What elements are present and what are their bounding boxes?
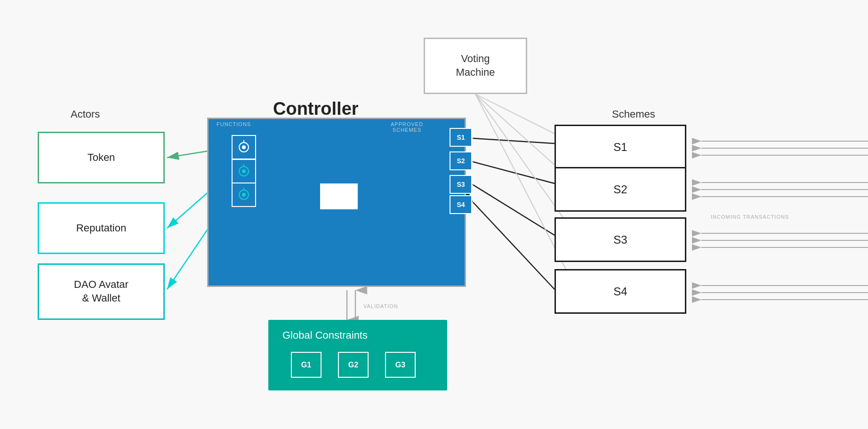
svg-line-20 (473, 138, 555, 143)
controller-s1: S1 (450, 128, 472, 147)
scheme-s3-label: S3 (613, 233, 627, 246)
gc-box-1: G1 (291, 352, 321, 378)
svg-point-49 (242, 193, 246, 197)
reputation-box: Reputation (38, 202, 165, 254)
dao-label: DAO Avatar & Wallet (74, 278, 129, 305)
svg-point-46 (242, 169, 246, 173)
incoming-label: INCOMING TRANSACTIONS (711, 214, 789, 220)
svg-line-22 (473, 185, 555, 235)
controller-s2: S2 (450, 151, 472, 170)
dao-box: DAO Avatar & Wallet (38, 263, 165, 320)
gc-box-2: G2 (338, 352, 369, 378)
scheme-s4-box: S4 (555, 269, 686, 314)
validation-label: VALIDATION (363, 303, 398, 309)
global-constraints-title: Global Constraints (282, 329, 368, 342)
func-icon-3 (232, 183, 256, 207)
actors-label: Actors (71, 108, 100, 120)
voting-machine-box: Voting Machine (424, 38, 527, 94)
schemes-label: Schemes (612, 108, 655, 120)
reputation-label: Reputation (76, 222, 126, 234)
diagram-container: Actors Token Reputation DAO Avatar & Wal… (0, 0, 868, 429)
scheme-s3-box: S3 (555, 217, 686, 262)
svg-line-21 (473, 162, 555, 183)
scheme-s2-label: S2 (613, 183, 627, 196)
scheme-s2-box: S2 (555, 167, 686, 212)
functions-label: FUNCTIONS (217, 121, 251, 127)
scheme-s1-box: S1 (555, 125, 686, 169)
token-box: Token (38, 132, 165, 183)
voting-machine-label: Voting Machine (456, 52, 495, 79)
scheme-s4-label: S4 (613, 285, 627, 298)
func-icon-2 (232, 159, 256, 183)
controller-s4: S4 (450, 195, 472, 214)
controller-s3: S3 (450, 175, 472, 194)
svg-line-23 (473, 202, 555, 289)
token-label: Token (88, 151, 115, 164)
controller-title: Controller (273, 99, 359, 119)
scheme-s1-label: S1 (613, 141, 627, 154)
approved-label: APPROVED SCHEMES (391, 121, 423, 133)
func-icon-1 (232, 135, 256, 159)
gc-box-3: G3 (385, 352, 416, 378)
controller-white-rect (320, 183, 358, 209)
svg-point-43 (242, 145, 246, 149)
